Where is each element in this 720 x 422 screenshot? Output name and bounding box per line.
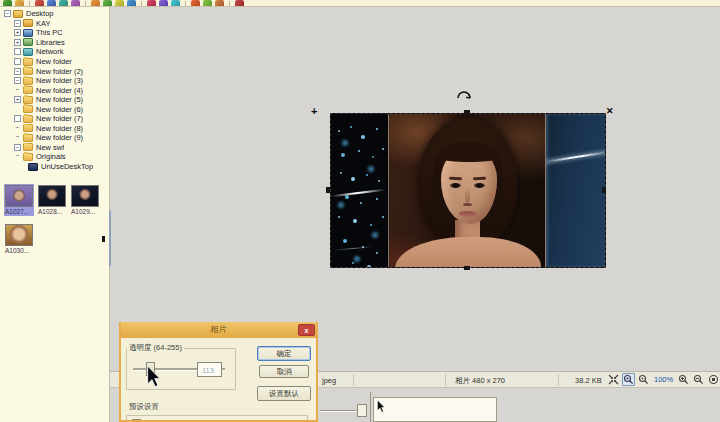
sidebar-scrollbar[interactable] <box>109 211 111 266</box>
folder-icon <box>23 77 33 85</box>
toolbar-item[interactable] <box>215 0 224 6</box>
thumbnail[interactable]: A1029... <box>70 184 100 216</box>
add-point-icon[interactable]: + <box>311 105 317 117</box>
tree-expander-icon[interactable] <box>14 96 21 103</box>
transparency-value-field[interactable]: 113 <box>197 362 222 377</box>
frame-slider-track[interactable] <box>320 410 357 411</box>
dialog-title: 相片 <box>210 324 227 336</box>
zoom-actual-size-icon[interactable] <box>622 373 635 386</box>
tree-expander-icon[interactable] <box>14 29 21 36</box>
dialog-close-button[interactable]: x <box>298 324 315 336</box>
tree-item[interactable]: Libraries <box>2 38 108 48</box>
sidebar-marker <box>102 236 105 242</box>
toolbar-item[interactable] <box>229 1 230 6</box>
tree-expander-icon[interactable] <box>14 144 21 151</box>
tree-item[interactable]: This PC <box>2 28 108 38</box>
zoom-level-label: 100% <box>654 375 673 384</box>
bokeh-dots <box>332 120 334 122</box>
tree-expander-icon[interactable] <box>14 87 21 94</box>
image-canvas[interactable] <box>330 113 606 268</box>
toolbar-item[interactable] <box>103 0 112 6</box>
tree-item-label: Libraries <box>36 38 65 47</box>
zoom-toolbar: 100% <box>607 373 720 386</box>
toolbar-item[interactable] <box>47 0 56 6</box>
toolbar-item[interactable] <box>203 0 212 6</box>
tree-expander-icon[interactable] <box>4 10 11 17</box>
toolbar-item[interactable] <box>91 0 100 6</box>
remove-selection-icon[interactable]: ✕ <box>606 106 614 116</box>
selection-handle[interactable] <box>326 187 330 193</box>
tree-expander-icon[interactable] <box>14 39 21 46</box>
tree-item[interactable]: New swf <box>2 143 108 153</box>
toolbar-item[interactable] <box>59 0 68 6</box>
toolbar-item[interactable] <box>141 1 142 6</box>
thumbnail[interactable]: A1028... <box>37 184 67 216</box>
zoom-in-icon[interactable] <box>677 373 690 386</box>
selection-handle[interactable] <box>464 266 470 270</box>
tree-item[interactable]: New folder <box>2 57 108 67</box>
tree-item-label: New folder (5) <box>36 95 83 104</box>
toolbar-item[interactable] <box>127 0 136 6</box>
toolbar-item[interactable] <box>147 0 156 6</box>
light-streak <box>333 246 373 250</box>
thumbnail-image <box>71 185 99 207</box>
toolbar-item[interactable] <box>85 1 86 6</box>
app-window: Desktop KAY This PC Libraries <box>0 0 720 422</box>
frame-list-panel[interactable] <box>373 397 497 422</box>
folder-icon <box>23 153 33 161</box>
toolbar-item[interactable] <box>171 0 180 6</box>
tree-item[interactable]: Originals <box>2 152 108 162</box>
thumbnail-image <box>5 185 33 207</box>
tree-expander-icon[interactable] <box>14 48 21 55</box>
tree-item[interactable]: New folder (5) <box>2 95 108 105</box>
thumbnail[interactable]: A1030... <box>4 223 34 255</box>
tree-item[interactable]: New folder (9) <box>2 133 108 143</box>
dialog-title-bar[interactable]: 相片 x <box>119 322 318 338</box>
tree-item-label: New folder (3) <box>36 76 83 85</box>
tree-item[interactable]: New folder (7) <box>2 114 108 124</box>
toolbar-item[interactable] <box>115 0 124 6</box>
lock-zoom-icon[interactable] <box>707 373 720 386</box>
thumbnail[interactable]: A1027... <box>4 184 34 216</box>
fit-window-icon[interactable] <box>607 373 620 386</box>
image-left-panel <box>331 114 388 267</box>
tree-expander-icon[interactable] <box>14 58 21 65</box>
tree-item[interactable]: KAY <box>2 19 108 29</box>
frame-slider-spinner[interactable] <box>357 404 367 417</box>
toolbar-item[interactable] <box>35 0 44 6</box>
tree-item-label: New folder (4) <box>36 86 83 95</box>
tree-expander-icon[interactable] <box>14 134 21 141</box>
tree-expander-icon[interactable] <box>14 20 21 27</box>
tree-item[interactable]: Network <box>2 47 108 57</box>
selection-handle[interactable] <box>464 110 470 114</box>
tree-expander-icon[interactable] <box>14 153 21 160</box>
tree-expander-icon[interactable] <box>14 115 21 122</box>
set-default-button[interactable]: 设置默认 <box>257 386 311 401</box>
toolbar-item[interactable] <box>71 0 80 6</box>
zoom-fit-icon[interactable] <box>637 373 650 386</box>
toolbar-item[interactable] <box>159 0 168 6</box>
ok-button[interactable]: 确定 <box>257 346 311 361</box>
tree-expander-icon[interactable] <box>14 77 21 84</box>
toolbar-item[interactable] <box>15 0 24 6</box>
rotate-handle-icon[interactable] <box>455 87 473 100</box>
tree-item[interactable]: UnUseDeskTop <box>2 162 108 172</box>
tree-item[interactable]: New folder (2) <box>2 66 108 76</box>
tree-item[interactable]: New folder (8) <box>2 124 108 134</box>
tree-item-label: Network <box>36 47 64 56</box>
zoom-out-icon[interactable] <box>692 373 705 386</box>
tree-item[interactable]: Desktop <box>2 9 108 19</box>
tree-expander-icon[interactable] <box>14 125 21 132</box>
tree-item[interactable]: New folder (4) <box>2 85 108 95</box>
cancel-button[interactable]: 取消 <box>259 365 309 378</box>
toolbar-item[interactable] <box>235 0 244 6</box>
tree-item[interactable]: New folder (6) <box>2 104 108 114</box>
toolbar-item[interactable] <box>185 1 186 6</box>
toolbar-item[interactable] <box>3 0 12 6</box>
tree-expander-icon[interactable] <box>14 68 21 75</box>
toolbar-item[interactable] <box>191 0 200 6</box>
tree-item[interactable]: New folder (3) <box>2 76 108 86</box>
selection-handle[interactable] <box>602 187 606 193</box>
portrait-nose-shadow <box>463 203 472 206</box>
toolbar-item[interactable] <box>29 1 30 6</box>
